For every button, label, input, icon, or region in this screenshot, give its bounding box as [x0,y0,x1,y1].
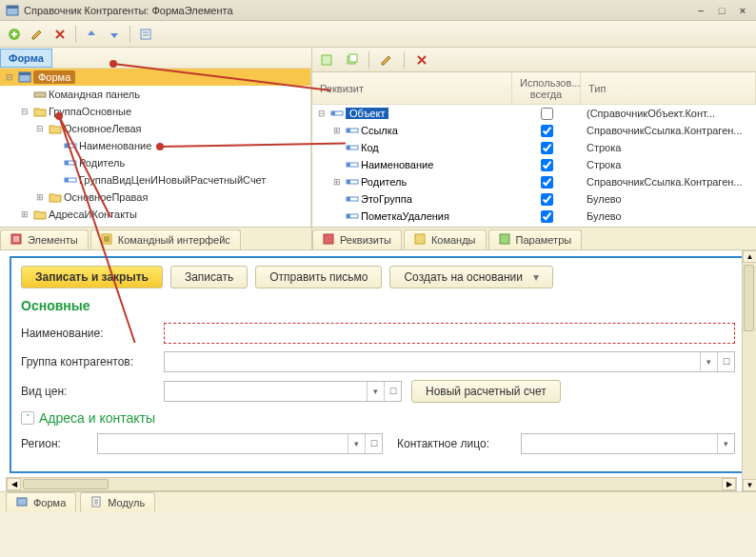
scroll-up-icon[interactable]: ▲ [743,250,756,263]
expand-icon[interactable]: ⊟ [19,107,30,116]
tree-item-label: Наименование [79,140,151,151]
minimize-btn[interactable]: – [693,4,708,17]
attr-label: Ссылка [361,125,398,136]
tree-item[interactable]: ⊞ АдресаИКонтакты [0,206,310,223]
new-account-button[interactable]: Новый расчетный счет [411,380,561,403]
use-always-checkbox[interactable] [541,159,553,171]
edit-button[interactable] [27,24,48,45]
scroll-down-icon[interactable]: ▼ [743,479,756,491]
col-use1: Использов... [520,77,572,89]
create-based-button[interactable]: Создать на основании ▾ [389,266,553,288]
use-always-checkbox[interactable] [541,125,553,137]
attr-row[interactable]: ⊞ Ссылка СправочникСсылка.Контраген... [312,122,756,139]
tab-Параметры[interactable]: Параметры [488,229,583,249]
main-toolbar [0,21,756,48]
attr-icon [345,209,359,224]
tab-Реквизиты[interactable]: Реквизиты [312,229,402,249]
r-copy-icon[interactable] [341,50,362,70]
attr-label: ЭтоГруппа [361,193,412,205]
r-delete-icon[interactable] [411,50,432,70]
close-btn[interactable]: × [735,4,750,17]
scroll-thumb-h[interactable] [23,479,109,489]
use-always-checkbox[interactable] [541,108,553,120]
expand-icon[interactable]: ⊞ [331,177,343,187]
open-icon[interactable]: ☐ [717,352,734,371]
props-header: Реквизит Использов... всегда Тип [312,72,756,105]
attr-row[interactable]: ⊞ Родитель СправочникСсылка.Контраген... [312,173,756,190]
attr-row[interactable]: Наименование Строка [312,156,756,173]
dropdown-icon[interactable]: ▾ [717,434,734,453]
tab-Элементы[interactable]: Элементы [0,229,89,249]
tree-item[interactable]: ⊟ Форма [0,69,310,86]
delete-button[interactable] [50,24,70,45]
scroll-right-icon[interactable]: ▶ [722,478,736,490]
scroll-left-icon[interactable]: ◀ [7,478,21,490]
tree-item[interactable]: Наименование [0,137,310,154]
r-add-icon[interactable] [316,50,337,70]
tree-item[interactable]: ⊟ ОсновноеЛевая [0,120,310,137]
send-mail-button[interactable]: Отправить письмо [255,266,382,288]
up-button[interactable] [81,24,102,45]
tab-Командный интерфейс[interactable]: Командный интерфейс [90,229,241,249]
attr-row[interactable]: ⊟ Объект (СправочникОбъект.Конт... [312,105,756,122]
dropdown-icon[interactable]: ▾ [367,382,384,401]
use-always-checkbox[interactable] [541,210,553,223]
input-group[interactable]: ▾☐ [164,351,735,372]
tree-item[interactable]: Родитель [0,154,310,171]
attr-label: Наименование [361,159,433,170]
attr-row[interactable]: ПометкаУдаления Булево [312,208,756,225]
tree-item[interactable]: ⊞ ОсновноеПравая [0,189,310,206]
open-icon[interactable]: ☐ [365,434,382,453]
tree-item-label: ОсновноеЛевая [64,123,142,134]
input-price[interactable]: ▾☐ [164,381,402,402]
elements-pane: Форма ⊟ Форма Командная панель ⊟ ГруппаО… [0,48,312,249]
expand-icon[interactable]: ⊟ [34,124,46,133]
maximize-btn[interactable]: □ [714,4,729,17]
tree-item[interactable]: ⊟ ГруппаОсновные [0,103,310,120]
scrollbar-v[interactable]: ▲ ▼ [742,250,756,491]
tree-item[interactable]: ГруппаВидЦенИНовыйРасчетныйСчет [0,171,310,189]
svg-rect-17 [349,54,357,62]
attr-icon [345,124,359,138]
attr-type: Булево [581,210,756,222]
input-region[interactable]: ▾☐ [97,433,383,454]
props-button[interactable] [135,24,156,45]
write-button[interactable]: Записать [170,266,248,288]
expand-icon[interactable]: ⊟ [4,72,15,82]
left-tree[interactable]: ⊟ Форма Командная панель ⊟ ГруппаОсновны… [0,69,311,227]
svg-rect-36 [324,234,333,244]
attr-type: Строка [581,142,756,153]
collapse-icon[interactable]: ˅ [21,411,34,425]
write-close-button[interactable]: Записать и закрыть [21,266,163,288]
right-toolbar [312,48,756,72]
tab-Команды[interactable]: Команды [404,229,487,249]
doc-tab-Форма[interactable]: Форма [6,492,76,512]
right-tabs: РеквизитыКомандыПараметры [312,227,756,249]
input-contact[interactable]: ▾ [521,433,735,454]
attr-row[interactable]: ЭтоГруппа Булево [312,190,756,208]
tab-icon [16,496,30,509]
add-button[interactable] [4,24,25,45]
use-always-checkbox[interactable] [541,176,553,189]
expand-icon[interactable]: ⊞ [19,209,30,219]
props-body[interactable]: ⊟ Объект (СправочникОбъект.Конт... ⊞ Ссы… [312,105,756,227]
expand-icon[interactable]: ⊟ [316,109,328,118]
dropdown-icon[interactable]: ▾ [348,434,365,453]
scroll-thumb-v[interactable] [744,265,754,331]
label-contact: Контактное лицо: [397,437,521,450]
expand-icon[interactable]: ⊞ [34,192,46,202]
open-icon[interactable]: ☐ [384,382,401,401]
scrollbar-h[interactable]: ◀ ▶ [6,477,737,491]
input-name[interactable] [164,323,735,344]
doc-tab-Модуль[interactable]: Модуль [80,492,155,512]
attr-row[interactable]: Код Строка [312,139,756,156]
dropdown-icon[interactable]: ▾ [700,352,717,371]
tree-item[interactable]: Командная панель [0,86,310,103]
r-edit-icon[interactable] [376,50,397,70]
down-button[interactable] [104,24,125,45]
use-always-checkbox[interactable] [541,142,553,154]
expand-icon[interactable]: ⊞ [331,126,343,135]
section-osnovnye: Основные [21,298,735,313]
use-always-checkbox[interactable] [541,193,553,206]
tab-icon [414,233,428,247]
